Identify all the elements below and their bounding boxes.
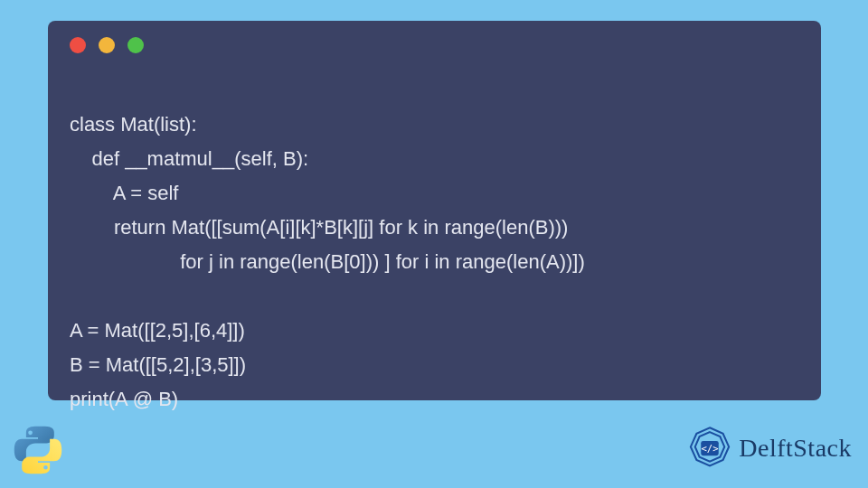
delftstack-branding: </> DelftStack [686,425,852,472]
svg-text:</>: </> [702,443,719,454]
code-line: B = Mat([[5,2],[3,5]]) [70,353,246,376]
delftstack-name: DelftStack [739,434,852,463]
maximize-dot-icon [127,37,144,53]
code-line: A = self [70,182,178,204]
code-line: for j in range(len(B[0])) ] for i in ran… [70,250,585,273]
close-dot-icon [70,37,86,53]
code-line: print(A @ B) [70,388,178,410]
window-traffic-lights [70,37,799,53]
minimize-dot-icon [99,37,115,53]
code-card: class Mat(list): def __matmul__(self, B)… [48,21,821,400]
code-block: class Mat(list): def __matmul__(self, B)… [70,73,799,417]
code-line: class Mat(list): [70,113,197,136]
page-root: class Mat(list): def __matmul__(self, B)… [0,0,868,488]
code-line: A = Mat([[2,5],[6,4]]) [70,319,245,342]
code-line: def __matmul__(self, B): [70,147,308,170]
delftstack-logo-icon: </> [686,425,733,472]
python-logo-icon [11,423,65,477]
code-line: return Mat([[sum(A[i][k]*B[k][j] for k i… [70,216,568,239]
